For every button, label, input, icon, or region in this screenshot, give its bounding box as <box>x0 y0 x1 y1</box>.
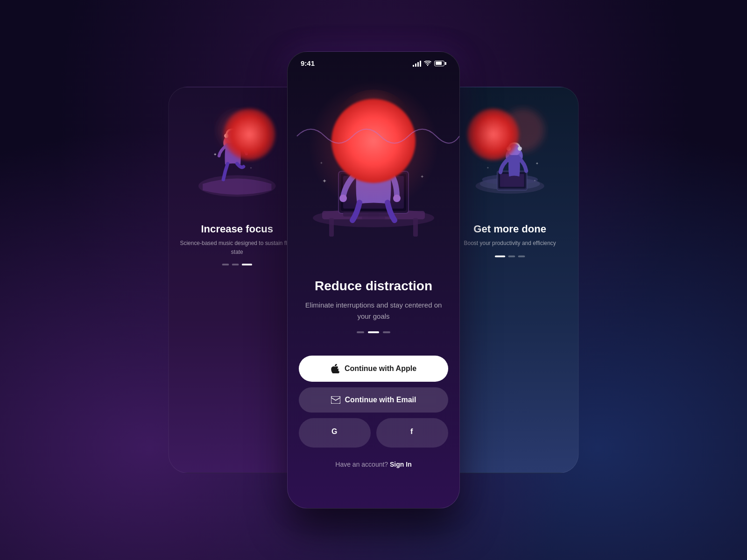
apple-button-label: Continue with Apple <box>345 364 416 373</box>
svg-text:✦: ✦ <box>534 179 536 182</box>
center-text-content: Reduce distraction Eliminate interruptio… <box>288 267 459 356</box>
svg-rect-20 <box>343 212 390 217</box>
svg-point-45 <box>518 147 522 151</box>
sign-in-link[interactable]: Sign In <box>390 461 412 468</box>
right-subtitle: Boost your productivity and efficiency <box>452 239 568 248</box>
center-title: Reduce distraction <box>303 278 444 294</box>
buttons-area: Continue with Apple Continue with Email … <box>288 356 459 457</box>
svg-rect-14 <box>413 218 418 237</box>
google-button[interactable]: G <box>299 418 371 448</box>
left-glow <box>224 109 275 160</box>
center-dot-2-active <box>368 331 379 333</box>
left-dots <box>179 264 295 266</box>
facebook-icon: f <box>407 427 417 439</box>
right-illustration: ✦ ✦ ✦ <box>442 87 578 216</box>
center-dots <box>303 331 444 333</box>
center-subtitle: Eliminate interruptions and stay centere… <box>303 300 444 322</box>
right-phone: ✦ ✦ ✦ Get more done Boost your productiv… <box>441 87 578 473</box>
time-display: 9:41 <box>301 59 315 67</box>
social-buttons-row: G f <box>299 418 448 448</box>
svg-rect-13 <box>329 218 334 237</box>
wifi-icon <box>424 61 431 66</box>
email-button-label: Continue with Email <box>345 396 416 404</box>
status-bar: 9:41 <box>288 52 459 71</box>
svg-text:f: f <box>410 427 413 435</box>
left-illustration: ✦ ✦ ✦ <box>169 87 306 216</box>
svg-text:✦: ✦ <box>250 166 252 169</box>
center-dot-3 <box>383 331 390 333</box>
center-dot-1 <box>357 331 364 333</box>
apple-button[interactable]: Continue with Apple <box>299 356 448 382</box>
right-dot-2 <box>508 255 515 257</box>
signal-icon <box>413 60 421 67</box>
svg-text:✦: ✦ <box>536 161 539 166</box>
left-text-area: Increase focus Science-based music desig… <box>169 216 306 273</box>
svg-rect-41 <box>500 174 524 187</box>
left-title: Increase focus <box>179 223 295 235</box>
right-text-area: Get more done Boost your productivity an… <box>442 216 578 264</box>
right-title: Get more done <box>452 223 568 235</box>
left-subtitle: Science-based music designed to sustain … <box>179 239 295 256</box>
signin-row: Have an account? Sign In <box>288 457 459 476</box>
dot-2 <box>232 264 239 266</box>
dot-1 <box>222 264 229 266</box>
svg-rect-19 <box>362 217 385 219</box>
svg-text:✦: ✦ <box>213 152 217 157</box>
signin-prompt-text: Have an account? <box>335 461 388 468</box>
left-phone: ✦ ✦ ✦ Increase focus Science-based music… <box>169 87 306 473</box>
right-glow <box>467 109 519 160</box>
center-illustration-area: ✦ ✦ ✦ <box>288 71 459 267</box>
wave-svg <box>288 118 459 155</box>
center-phone: 9:41 <box>287 51 460 509</box>
email-button[interactable]: Continue with Email <box>299 387 448 413</box>
email-icon <box>331 396 340 404</box>
dot-3-active <box>242 264 252 266</box>
right-dot-3 <box>518 255 525 257</box>
facebook-button[interactable]: f <box>376 418 448 448</box>
google-icon: G <box>330 427 340 439</box>
apple-icon <box>331 364 340 373</box>
status-icons <box>413 60 446 67</box>
right-dots <box>452 255 568 257</box>
battery-icon <box>434 61 446 66</box>
phones-container: ✦ ✦ ✦ Increase focus Science-based music… <box>138 51 609 509</box>
svg-rect-30 <box>331 396 340 404</box>
right-dot-1-active <box>495 255 505 257</box>
svg-text:✦: ✦ <box>486 166 489 170</box>
svg-text:G: G <box>331 427 337 435</box>
